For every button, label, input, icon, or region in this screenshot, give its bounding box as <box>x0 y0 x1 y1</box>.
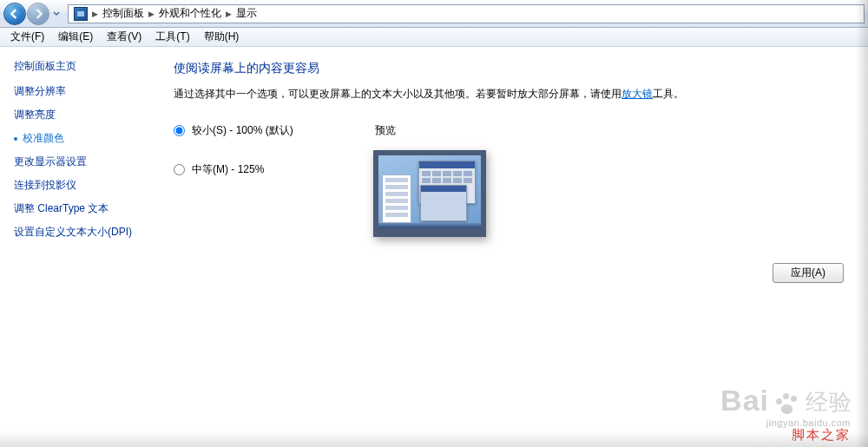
menu-view[interactable]: 查看(V) <box>100 28 148 46</box>
scale-radio-medium[interactable] <box>174 164 185 175</box>
menu-tools[interactable]: 工具(T) <box>148 28 196 46</box>
sidebar-item-cleartype[interactable]: 调整 ClearType 文本 <box>14 201 156 216</box>
control-panel-icon <box>74 7 88 21</box>
sidebar-item-resolution[interactable]: 调整分辨率 <box>14 84 156 99</box>
preview-monitor-icon <box>373 150 486 237</box>
magnifier-link[interactable]: 放大镜 <box>621 88 653 100</box>
sidebar-item-projector[interactable]: 连接到投影仪 <box>14 178 156 193</box>
sidebar-item-label: 校准颜色 <box>23 131 64 146</box>
sidebar-item-label: 连接到投影仪 <box>14 178 76 193</box>
sidebar: 控制面板主页 调整分辨率 调整亮度 校准颜色 更改显示器设置 连接到投影仪 调整… <box>0 47 165 447</box>
preview-column: 预览 <box>373 123 486 237</box>
page-description: 通过选择其中一个选项，可以更改屏幕上的文本大小以及其他项。若要暂时放大部分屏幕，… <box>174 85 849 102</box>
menu-file[interactable]: 文件(F) <box>3 28 51 46</box>
sidebar-item-display-settings[interactable]: 更改显示器设置 <box>14 154 156 169</box>
scale-option-label: 较小(S) - 100% (默认) <box>192 123 293 138</box>
scale-option-smaller[interactable]: 较小(S) - 100% (默认) <box>174 123 373 138</box>
options-row: 较小(S) - 100% (默认) 中等(M) - 125% 预览 <box>174 123 849 237</box>
sidebar-item-label: 调整分辨率 <box>14 84 66 99</box>
back-button[interactable] <box>3 3 26 25</box>
nav-buttons <box>3 3 62 25</box>
arrow-left-icon <box>10 9 20 19</box>
breadcrumb-level1[interactable]: 外观和个性化 <box>155 6 225 21</box>
address-bar[interactable]: ▶ 控制面板 ▶ 外观和个性化 ▶ 显示 <box>68 4 865 23</box>
preview-startmenu-icon <box>382 174 411 223</box>
nav-history-dropdown[interactable] <box>50 11 62 16</box>
desc-text-after: 工具。 <box>653 88 684 100</box>
sidebar-item-custom-dpi[interactable]: 设置自定义文本大小(DPI) <box>14 225 156 240</box>
sidebar-item-label: 更改显示器设置 <box>14 154 87 169</box>
scale-radio-smaller[interactable] <box>174 125 185 136</box>
content-pane: 使阅读屏幕上的内容更容易 通过选择其中一个选项，可以更改屏幕上的文本大小以及其他… <box>165 47 868 447</box>
sidebar-home-link[interactable]: 控制面板主页 <box>14 59 156 74</box>
scale-option-medium[interactable]: 中等(M) - 125% <box>174 162 373 177</box>
forward-button[interactable] <box>27 3 49 25</box>
sidebar-item-calibrate-color[interactable]: 校准颜色 <box>14 131 156 146</box>
breadcrumb-sep-icon: ▶ <box>91 10 99 18</box>
sidebar-item-label: 调整亮度 <box>14 108 56 122</box>
preview-window-icon <box>420 185 467 221</box>
window-titlebar: ▶ 控制面板 ▶ 外观和个性化 ▶ 显示 <box>0 0 868 28</box>
sidebar-item-label: 设置自定义文本大小(DPI) <box>14 225 132 240</box>
menu-help[interactable]: 帮助(H) <box>197 28 247 46</box>
breadcrumb-sep-icon: ▶ <box>148 10 155 18</box>
bullet-icon <box>14 137 17 141</box>
arrow-right-icon <box>33 9 43 19</box>
menu-bar: 文件(F) 编辑(E) 查看(V) 工具(T) 帮助(H) <box>0 28 868 47</box>
sidebar-item-brightness[interactable]: 调整亮度 <box>14 108 156 122</box>
menu-edit[interactable]: 编辑(E) <box>51 28 100 46</box>
body: 控制面板主页 调整分辨率 调整亮度 校准颜色 更改显示器设置 连接到投影仪 调整… <box>0 47 868 447</box>
apply-button[interactable]: 应用(A) <box>773 263 844 283</box>
preview-taskbar-icon <box>378 223 481 228</box>
breadcrumb-sep-icon: ▶ <box>225 10 233 18</box>
scale-option-label: 中等(M) - 125% <box>192 162 264 177</box>
breadcrumb-level2[interactable]: 显示 <box>233 6 260 21</box>
sidebar-item-label: 调整 ClearType 文本 <box>14 201 108 216</box>
chevron-down-icon <box>53 11 60 16</box>
page-title: 使阅读屏幕上的内容更容易 <box>174 61 849 76</box>
apply-row: 应用(A) <box>174 263 849 283</box>
desc-text-before: 通过选择其中一个选项，可以更改屏幕上的文本大小以及其他项。若要暂时放大部分屏幕，… <box>174 88 621 100</box>
breadcrumb-root[interactable]: 控制面板 <box>99 6 148 21</box>
preview-label: 预览 <box>373 123 486 138</box>
scale-options: 较小(S) - 100% (默认) 中等(M) - 125% <box>174 123 373 237</box>
